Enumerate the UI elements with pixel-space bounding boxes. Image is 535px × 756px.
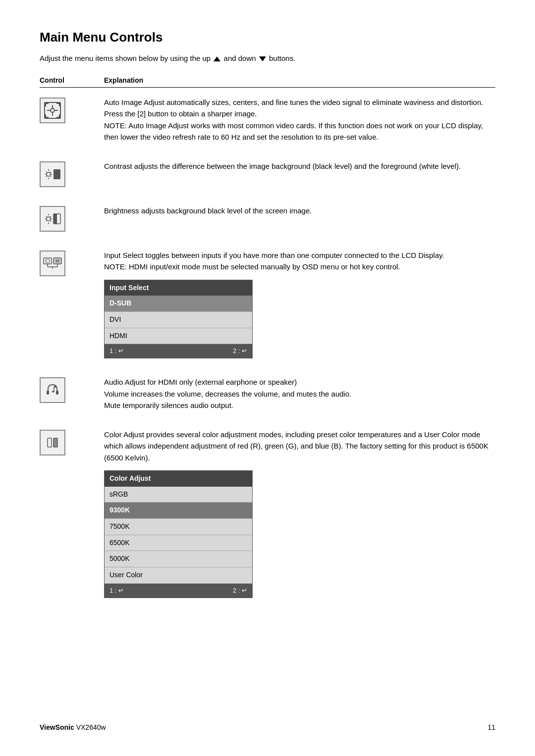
footer-brand-model: ViewSonic VX2640w [40,723,106,731]
input-menu-footer-left: 1 : ↵ [109,346,124,356]
color-menu-item-usercolor: User Color [105,567,252,584]
svg-point-16 [47,217,51,221]
color-menu-item-srgb: sRGB [105,487,252,503]
audio-icon-box [40,377,65,403]
intro-text-mid: and down [224,54,256,62]
input-select-icon-box [40,251,65,276]
svg-rect-0 [45,102,60,118]
table-row: Audio Adjust for HDMI only (external ear… [40,367,495,420]
svg-rect-36 [56,391,58,395]
contrast-svg [43,165,62,184]
page-title: Main Menu Controls [40,30,495,45]
color-menu-item-9300k: 9300K [105,503,252,519]
input-select-menu: Input Select D-SUB DVI HDMI 1 : ↵ 2 : ↵ [104,280,253,359]
svg-rect-15 [54,169,60,179]
auto-image-icon-box [40,98,65,123]
input-menu-item-dvi: DVI [105,312,252,328]
table-row: Brightness adjusts background black leve… [40,196,495,241]
svg-line-11 [46,172,47,173]
intro-text-end: buttons. [269,54,295,62]
col-explanation-header: Explanation [104,76,495,84]
svg-rect-35 [47,391,49,395]
brightness-text: Brightness adjusts background black leve… [104,205,495,216]
input-select-svg [43,254,62,273]
svg-rect-41 [48,438,52,447]
svg-rect-34 [55,259,59,262]
icon-input-select [40,250,104,276]
table-row: Contrast adjusts the difference between … [40,151,495,196]
svg-point-38 [52,391,54,393]
audio-adjust-text: Audio Adjust for HDMI only (external ear… [104,376,495,411]
svg-line-13 [50,172,51,173]
intro-text-before: Adjust the menu items shown below by usi… [40,54,211,62]
color-menu-footer-left: 1 : ↵ [109,586,124,596]
icon-audio-adjust [40,376,104,403]
svg-point-6 [47,172,51,176]
input-menu-item-hdmi: HDMI [105,328,252,345]
svg-line-14 [46,176,47,177]
contrast-icon-box [40,161,65,187]
icon-brightness [40,205,104,232]
input-menu-header: Input Select [105,280,252,296]
svg-line-22 [50,220,51,221]
footer-brand: ViewSonic [40,723,74,731]
contrast-text: Contrast adjusts the difference between … [104,160,495,172]
svg-rect-26 [54,214,57,224]
svg-line-12 [50,176,51,177]
color-menu-footer: 1 : ↵ 2 : ↵ [105,584,252,598]
brightness-icon-box [40,206,65,232]
input-select-text: Input Select toggles between inputs if y… [104,250,495,358]
svg-rect-42 [54,438,57,447]
table-header: Control Explanation [40,76,495,88]
color-adjust-svg [43,433,62,452]
table-row: Color Adjust provides several color adju… [40,420,495,607]
audio-svg [43,381,62,400]
color-menu-item-7500k: 7500K [105,519,252,535]
svg-line-23 [50,216,51,217]
icon-auto-image-adjust [40,97,104,123]
down-arrow-icon [259,56,266,61]
svg-rect-27 [44,258,52,264]
color-menu-item-5000k: 5000K [105,551,252,567]
input-menu-footer: 1 : ↵ 2 : ↵ [105,344,252,358]
color-adjust-text: Color Adjust provides several color adju… [104,429,495,598]
color-adjust-menu: Color Adjust sRGB 9300K 7500K 6500K 5000… [104,470,253,598]
svg-rect-33 [46,259,50,262]
svg-point-40 [54,386,56,388]
footer-page-number: 11 [487,723,495,731]
color-menu-header: Color Adjust [105,471,252,487]
up-arrow-icon [214,56,220,61]
svg-point-5 [51,108,54,112]
input-menu-footer-right: 2 : ↵ [233,346,247,356]
icon-contrast [40,160,104,187]
auto-image-svg [43,101,62,120]
table-row: Auto Image Adjust automatically sizes, c… [40,88,495,151]
table-row: Input Select toggles between inputs if y… [40,241,495,367]
intro-paragraph: Adjust the menu items shown below by usi… [40,54,495,62]
footer-model-text: VX2640w [76,723,106,731]
svg-line-24 [46,220,47,221]
icon-color-adjust [40,429,104,455]
page-footer: ViewSonic VX2640w 11 [40,723,495,731]
col-control-header: Control [40,76,104,84]
color-menu-footer-right: 2 : ↵ [233,586,247,596]
svg-line-21 [46,216,47,217]
auto-image-text: Auto Image Adjust automatically sizes, c… [104,97,495,143]
input-menu-item-dsub: D-SUB [105,296,252,312]
brightness-svg [43,209,62,228]
color-menu-item-6500k: 6500K [105,535,252,552]
color-adjust-icon-box [40,430,65,455]
